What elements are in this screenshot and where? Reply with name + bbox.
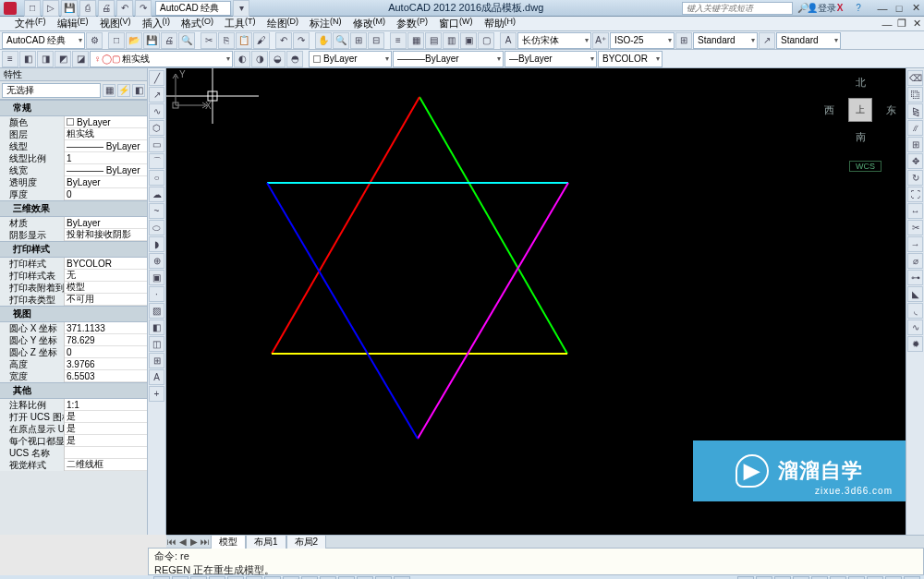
tb-zoomp-icon[interactable]: ⊟ [368, 32, 384, 49]
open-icon[interactable]: ▷ [43, 0, 59, 17]
line-icon[interactable]: ╱ [149, 70, 164, 86]
tb-new-icon[interactable]: □ [108, 32, 125, 49]
command-line[interactable]: 命令: re REGEN 正在重生成模型。 [148, 548, 924, 575]
prop-value[interactable]: 1:1 [65, 399, 147, 411]
undo-icon[interactable]: ↶ [116, 0, 133, 17]
wcs-label[interactable]: WCS [849, 161, 881, 172]
scale-icon[interactable]: ⛶ [907, 187, 923, 202]
exchange-icon[interactable]: X [833, 2, 846, 15]
tb-preview-icon[interactable]: 🔍 [178, 32, 195, 49]
saveas-icon[interactable]: ⎙ [79, 0, 96, 17]
menu-格式[interactable]: 格式(O) [176, 17, 219, 30]
region-icon[interactable]: ◫ [149, 336, 164, 352]
layer-iso-icon[interactable]: ◩ [55, 51, 71, 67]
move-icon[interactable]: ✥ [907, 153, 923, 169]
ellipse-icon[interactable]: ⬭ [149, 220, 164, 235]
prop-value[interactable]: 投射和接收阴影 [65, 229, 147, 241]
gradient-icon[interactable]: ◧ [149, 320, 164, 335]
prop-value[interactable]: ByLayer [65, 176, 147, 188]
tb-cut-icon[interactable]: ✂ [201, 32, 217, 49]
array-icon[interactable]: ⊞ [907, 137, 923, 152]
extend-icon[interactable]: → [907, 236, 923, 252]
menu-插入[interactable]: 插入(I) [137, 17, 176, 30]
layer-match-icon[interactable]: ◑ [251, 51, 268, 67]
tb-text-icon[interactable]: A [500, 32, 517, 49]
doc-restore[interactable]: ❐ [894, 18, 909, 30]
tb-undo-icon[interactable]: ↶ [275, 32, 292, 49]
menu-帮助[interactable]: 帮助(H) [479, 17, 522, 30]
layer-props-icon[interactable]: ≡ [2, 51, 18, 67]
toggle-pim-icon[interactable]: ◧ [132, 84, 145, 97]
table-style-dd[interactable]: Standard [693, 32, 758, 49]
blend-icon[interactable]: ∿ [907, 320, 923, 335]
tb-zoomw-icon[interactable]: ⊞ [350, 32, 367, 49]
plotstyle-dd[interactable]: BYCOLOR [598, 51, 663, 67]
tb-mm-icon[interactable]: ▣ [460, 32, 477, 49]
prop-group-打印样式[interactable]: 打印样式 [0, 241, 147, 258]
dim-style-dd[interactable]: ISO-25 [610, 32, 675, 49]
rotate-icon[interactable]: ↻ [907, 170, 923, 186]
prop-value[interactable]: 是 [65, 423, 147, 435]
prop-value[interactable]: 0 [65, 346, 147, 358]
close-button[interactable]: ✕ [907, 1, 924, 16]
ray-icon[interactable]: ↗ [149, 87, 164, 103]
menu-工具[interactable]: 工具(T) [219, 17, 261, 30]
tb-pan-icon[interactable]: ✋ [315, 32, 332, 49]
trim-icon[interactable]: ✂ [907, 220, 923, 235]
print-icon[interactable]: 🖨 [98, 0, 115, 17]
prop-value[interactable]: 是 [65, 435, 147, 447]
fillet-icon[interactable]: ◟ [907, 303, 923, 319]
menu-编辑[interactable]: 编辑(E) [52, 17, 94, 30]
layer-make-icon[interactable]: ◐ [234, 51, 250, 67]
menu-窗口[interactable]: 窗口(W) [433, 17, 479, 30]
polygon-icon[interactable]: ⬡ [149, 120, 164, 136]
tb-zoom-icon[interactable]: 🔍 [333, 32, 349, 49]
menu-修改[interactable]: 修改(M) [347, 17, 392, 30]
tb-plot-icon[interactable]: 🖨 [161, 32, 177, 49]
arc-icon[interactable]: ⌒ [149, 153, 164, 169]
prop-value[interactable]: 371.1133 [65, 322, 147, 334]
tab-model[interactable]: 模型 [211, 535, 246, 549]
quick-select-icon[interactable]: ⚡ [117, 84, 130, 97]
tb-ml-icon[interactable]: ↗ [759, 32, 775, 49]
tab-layout1[interactable]: 布局1 [246, 535, 286, 549]
workspace-dropdown[interactable]: AutoCAD 经典 [155, 1, 231, 16]
prop-group-其他[interactable]: 其他 [0, 382, 147, 399]
circle-icon[interactable]: ○ [149, 170, 164, 186]
join-icon[interactable]: ⊶ [907, 270, 923, 285]
prop-value[interactable]: 3.9766 [65, 358, 147, 370]
prop-value[interactable]: 粗实线 [65, 128, 147, 140]
tb-paste-icon[interactable]: 📋 [236, 32, 252, 49]
tab-next-icon[interactable]: ▶ [188, 537, 200, 547]
selection-combo[interactable]: 无选择 [2, 83, 101, 98]
tb-redo-icon[interactable]: ↷ [293, 32, 310, 49]
copy-obj-icon[interactable]: ⿻ [907, 87, 923, 103]
tb-ssm-icon[interactable]: ▥ [443, 32, 459, 49]
help-icon[interactable]: ? [852, 2, 865, 15]
layer-uniso-icon[interactable]: ◪ [72, 51, 89, 67]
color-dd[interactable]: ByLayer [309, 51, 392, 67]
tb-save-icon[interactable]: 💾 [143, 32, 160, 49]
prop-value[interactable]: 不可用 [65, 294, 147, 306]
tb-open-icon[interactable]: 📂 [126, 32, 142, 49]
drawing-canvas[interactable]: Y X 北 南 东 西 上 WCS ▶ 溜溜自学 zixue.3d66.com [166, 68, 906, 535]
spline-icon[interactable]: ~ [149, 203, 164, 219]
prop-value[interactable]: 二维线框 [65, 459, 147, 471]
menu-视图[interactable]: 视图(V) [94, 17, 137, 30]
block-icon[interactable]: ▣ [149, 270, 164, 285]
search-input[interactable] [682, 2, 793, 15]
prop-value[interactable]: 1 [65, 152, 147, 164]
point-icon[interactable]: · [149, 286, 164, 302]
tb-tp-icon[interactable]: ▤ [425, 32, 442, 49]
view-cube[interactable]: 北 南 东 西 上 [828, 78, 893, 142]
revcloud-icon[interactable]: ☁ [149, 187, 164, 202]
prop-value[interactable]: ———— ByLayer [65, 140, 147, 152]
menu-参数[interactable]: 参数(P) [391, 17, 433, 30]
chamfer-icon[interactable]: ◣ [907, 286, 923, 302]
maximize-button[interactable]: □ [891, 1, 907, 16]
prop-value[interactable]: 6.5503 [65, 370, 147, 382]
offset-icon[interactable]: ⫽ [907, 120, 923, 136]
doc-minimize[interactable]: — [880, 18, 894, 30]
ml-style-dd[interactable]: Standard [776, 32, 841, 49]
prop-value[interactable]: 0 [65, 188, 147, 200]
